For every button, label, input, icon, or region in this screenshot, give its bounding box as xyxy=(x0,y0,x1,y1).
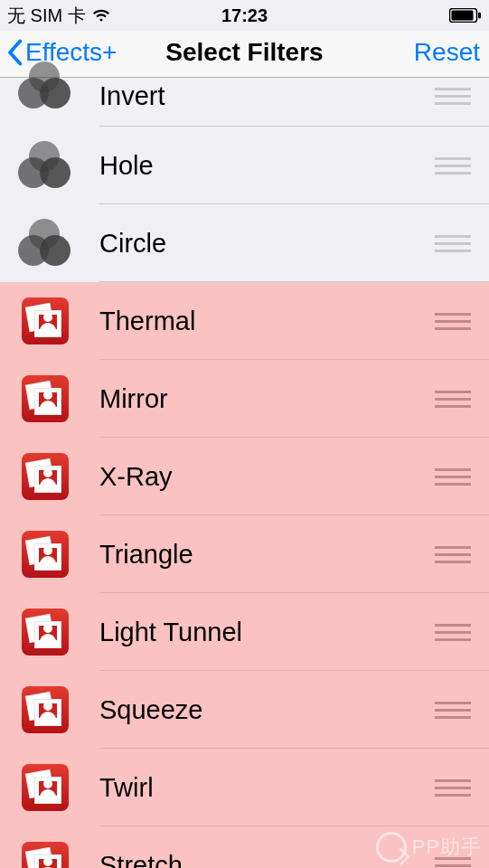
filter-label: Twirl xyxy=(99,773,435,803)
photo-app-icon xyxy=(18,683,72,737)
photo-app-icon xyxy=(18,372,72,426)
filter-label: Circle xyxy=(99,229,435,259)
filter-label: Invert xyxy=(99,81,435,111)
photo-app-icon xyxy=(18,294,72,348)
filter-label: Hole xyxy=(99,151,435,181)
drag-handle-icon[interactable] xyxy=(435,857,471,869)
drag-handle-icon[interactable] xyxy=(435,313,471,330)
filter-row[interactable]: Thermal xyxy=(0,282,489,360)
filter-row[interactable]: Circle xyxy=(0,204,489,282)
drag-handle-icon[interactable] xyxy=(435,702,471,719)
filter-row[interactable]: Triangle xyxy=(0,515,489,593)
filter-row[interactable]: Squeeze xyxy=(0,671,489,749)
filter-row[interactable]: Hole xyxy=(0,127,489,204)
filter-row[interactable]: Stretch xyxy=(0,826,489,868)
photo-app-icon xyxy=(18,760,72,815)
filter-row[interactable]: Light Tunnel xyxy=(0,593,489,671)
status-bar: 无 SIM 卡 17:23 xyxy=(0,0,489,31)
nav-bar: Effects+ Select Filters Reset xyxy=(0,31,489,78)
filter-label: X-Ray xyxy=(99,462,435,492)
filter-list: Invert Hole Circle Thermal Mirror xyxy=(0,78,489,868)
filter-label: Mirror xyxy=(99,384,435,414)
photo-app-icon xyxy=(18,449,72,504)
filter-label: Triangle xyxy=(99,540,435,570)
filter-row[interactable]: Mirror xyxy=(0,360,489,438)
drag-handle-icon[interactable] xyxy=(435,88,471,105)
photo-app-icon xyxy=(18,605,72,659)
drag-handle-icon[interactable] xyxy=(435,157,471,175)
drag-handle-icon[interactable] xyxy=(435,391,471,408)
filter-icon xyxy=(18,216,72,270)
filter-label: Light Tunnel xyxy=(99,618,435,647)
filter-row[interactable]: Invert xyxy=(0,78,489,127)
photo-app-icon xyxy=(18,838,72,868)
photo-app-icon xyxy=(18,527,72,581)
drag-handle-icon[interactable] xyxy=(435,624,471,641)
filter-icon xyxy=(18,138,72,193)
filter-icon xyxy=(18,78,72,132)
status-time: 17:23 xyxy=(0,5,489,26)
filter-label: Thermal xyxy=(99,307,435,336)
drag-handle-icon[interactable] xyxy=(435,235,471,252)
filter-label: Stretch xyxy=(99,851,435,869)
drag-handle-icon[interactable] xyxy=(435,779,471,797)
drag-handle-icon[interactable] xyxy=(435,468,471,486)
filter-row[interactable]: X-Ray xyxy=(0,438,489,515)
filter-row[interactable]: Twirl xyxy=(0,749,489,826)
drag-handle-icon[interactable] xyxy=(435,546,471,563)
reset-button[interactable]: Reset xyxy=(414,38,480,67)
filter-label: Squeeze xyxy=(99,695,435,725)
